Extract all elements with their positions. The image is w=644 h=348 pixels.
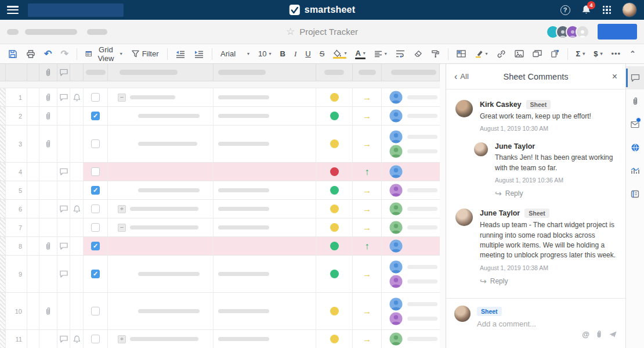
send-button[interactable] — [609, 331, 617, 338]
task-name-cell[interactable] — [108, 237, 214, 255]
assigned-cell[interactable] — [382, 107, 440, 125]
detail-cell[interactable] — [214, 125, 316, 162]
row-drag-handle[interactable] — [0, 293, 6, 329]
row-drag-handle[interactable] — [0, 125, 6, 162]
close-panel-button[interactable]: × — [612, 71, 617, 82]
assigned-cell[interactable] — [382, 218, 440, 236]
task-name-cell[interactable] — [108, 163, 214, 181]
attachment-cell[interactable] — [39, 256, 57, 292]
strikethrough-button[interactable]: S — [317, 48, 327, 60]
status-column-header[interactable] — [316, 64, 353, 81]
comment-cell[interactable] — [57, 163, 70, 181]
done-checkbox-cell[interactable] — [84, 125, 108, 162]
attachment-cell[interactable] — [39, 293, 57, 329]
checkbox-unchecked[interactable] — [91, 167, 100, 176]
status-cell[interactable] — [316, 256, 353, 292]
assigned-cell[interactable] — [382, 237, 440, 255]
save-button[interactable] — [6, 48, 20, 60]
task-name-cell[interactable] — [108, 256, 214, 292]
row-number[interactable]: 11 — [6, 330, 27, 348]
trend-cell[interactable]: → — [353, 218, 382, 236]
detail-cell[interactable] — [214, 107, 316, 125]
checkbox-checked[interactable] — [91, 242, 100, 250]
comment-cell[interactable] — [57, 218, 70, 236]
status-cell[interactable] — [316, 293, 353, 329]
row-number[interactable]: 5 — [6, 181, 27, 199]
rail-activity-log-button[interactable] — [626, 159, 644, 182]
trend-cell[interactable]: ↑ — [353, 163, 382, 181]
trend-cell[interactable]: → — [353, 256, 382, 292]
row-drag-handle[interactable] — [0, 218, 6, 236]
comments-column-header[interactable] — [57, 64, 70, 81]
hyperlink-button[interactable] — [494, 48, 508, 60]
more-options-button[interactable]: ••• — [609, 48, 623, 60]
row-drag-handle[interactable] — [0, 237, 6, 255]
task-name-cell[interactable] — [108, 107, 214, 125]
attachment-cell[interactable] — [39, 330, 57, 348]
rail-publish-button[interactable] — [626, 136, 644, 159]
task-name-cell[interactable] — [108, 125, 214, 162]
row-number[interactable]: 7 — [6, 218, 27, 236]
insert-image-button[interactable] — [512, 48, 526, 59]
card-settings-button[interactable] — [454, 48, 468, 59]
checkbox-unchecked[interactable] — [91, 335, 100, 343]
expand-icon[interactable]: + — [118, 205, 126, 213]
comment-cell[interactable] — [57, 330, 70, 348]
status-cell[interactable] — [316, 237, 353, 255]
header-cell[interactable] — [27, 64, 39, 81]
help-button[interactable]: ? — [559, 4, 571, 16]
underline-button[interactable]: U — [303, 48, 313, 60]
reply-button[interactable]: ↪Reply — [495, 189, 523, 198]
checkbox-unchecked[interactable] — [91, 205, 100, 213]
trend-cell[interactable]: → — [353, 293, 382, 329]
done-checkbox-cell[interactable] — [84, 218, 108, 236]
indent-button[interactable] — [191, 48, 206, 60]
wrap-text-button[interactable] — [393, 48, 407, 59]
mention-button[interactable]: @ — [582, 330, 589, 339]
detail-cell[interactable] — [214, 88, 316, 106]
assigned-cell[interactable] — [382, 88, 440, 106]
row-drag-handle[interactable] — [0, 88, 6, 106]
trend-cell[interactable]: → — [353, 200, 382, 218]
comment-cell[interactable] — [57, 293, 70, 329]
detail-cell[interactable] — [214, 163, 316, 181]
comment-cell[interactable] — [57, 125, 70, 162]
detail-cell[interactable] — [214, 237, 316, 255]
formula-sum-button[interactable]: Σ▾ — [573, 48, 587, 60]
app-launcher-button[interactable] — [601, 4, 613, 16]
row-number-header[interactable] — [6, 64, 27, 81]
row-number[interactable]: 8 — [6, 237, 27, 255]
trend-cell[interactable]: ↑ — [353, 237, 382, 255]
comment-cell[interactable] — [57, 237, 70, 255]
rail-summary-button[interactable] — [626, 182, 644, 206]
italic-button[interactable]: I — [292, 48, 299, 60]
attachment-cell[interactable] — [39, 237, 57, 255]
detail-column-header[interactable] — [214, 64, 316, 81]
row-drag-handle[interactable] — [0, 330, 6, 348]
rail-update-requests-button[interactable] — [626, 113, 644, 136]
undo-button[interactable]: ↶ — [42, 46, 54, 61]
done-checkbox-cell[interactable] — [84, 256, 108, 292]
row-drag-handle[interactable] — [0, 181, 6, 199]
checkbox-checked[interactable] — [91, 186, 100, 195]
row-number[interactable]: 2 — [6, 107, 27, 125]
row-drag-handle[interactable] — [0, 200, 6, 218]
font-size-select[interactable]: 10▾ — [256, 48, 273, 60]
assigned-cell[interactable] — [382, 181, 440, 199]
bold-button[interactable]: B — [278, 48, 288, 60]
search-box[interactable] — [28, 3, 124, 17]
filter-button[interactable]: Filter — [129, 48, 161, 60]
row-number[interactable]: 1 — [6, 88, 27, 106]
task-name-cell[interactable]: − — [108, 88, 214, 106]
done-checkbox-cell[interactable] — [84, 88, 108, 106]
done-column-header[interactable] — [84, 64, 108, 81]
rail-comments-button[interactable] — [626, 66, 644, 89]
reply-button[interactable]: ↪Reply — [480, 277, 508, 286]
row-number[interactable]: 9 — [6, 256, 27, 292]
row-number[interactable]: 6 — [6, 200, 27, 218]
row-drag-handle[interactable] — [0, 256, 6, 292]
task-name-cell[interactable]: + — [108, 200, 214, 218]
checkbox-unchecked[interactable] — [91, 139, 100, 148]
expand-icon[interactable]: + — [118, 335, 126, 343]
checkbox-checked[interactable] — [91, 270, 100, 278]
